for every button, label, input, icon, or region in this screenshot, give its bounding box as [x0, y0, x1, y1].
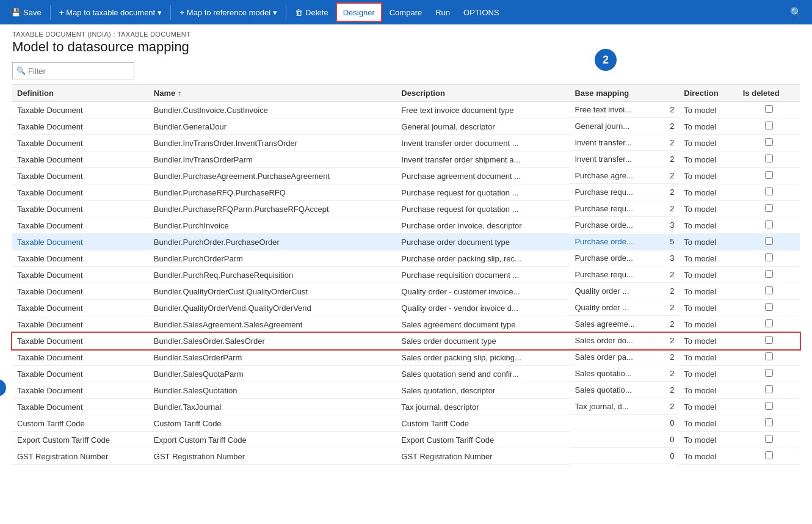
is-deleted-checkbox[interactable]: [765, 122, 773, 129]
cell-base-mapping: Sales agreeme...2: [570, 316, 679, 332]
cell-description: Purchase order packing slip, rec...: [396, 250, 570, 267]
table-row[interactable]: Taxable DocumentBundler.InvTransOrder.In…: [12, 135, 800, 151]
cell-is-deleted[interactable]: [738, 151, 800, 168]
map-taxable-button[interactable]: + Map to taxable document ▾: [53, 2, 169, 22]
delete-icon: 🗑: [295, 8, 303, 17]
cell-is-deleted[interactable]: [738, 102, 800, 118]
cell-is-deleted[interactable]: [738, 382, 800, 399]
cell-is-deleted[interactable]: [738, 432, 800, 448]
is-deleted-checkbox[interactable]: [765, 105, 773, 113]
cell-direction: To model: [679, 349, 738, 366]
is-deleted-checkbox[interactable]: [765, 237, 773, 245]
cell-base-mapping: Sales order do...2: [570, 333, 679, 349]
is-deleted-checkbox[interactable]: [765, 220, 773, 228]
table-row[interactable]: Taxable DocumentBundler.PurchInvoicePurc…: [12, 217, 800, 234]
designer-button[interactable]: Designer: [336, 2, 382, 22]
cell-is-deleted[interactable]: [738, 366, 800, 382]
cell-is-deleted[interactable]: [738, 184, 800, 201]
cell-is-deleted[interactable]: [738, 300, 800, 316]
cell-description: General journal, descriptor: [396, 118, 570, 135]
cell-is-deleted[interactable]: [738, 201, 800, 217]
table-row[interactable]: Taxable DocumentBundler.PurchOrder.Purch…: [12, 234, 800, 250]
table-row[interactable]: Taxable DocumentBundler.PurchReq.Purchas…: [12, 267, 800, 283]
cell-is-deleted[interactable]: [738, 267, 800, 283]
table-row[interactable]: Taxable DocumentBundler.TaxJournalTax jo…: [12, 399, 800, 415]
table-row[interactable]: Taxable DocumentBundler.PurchaseRFQ.Purc…: [12, 184, 800, 201]
step2-badge: 2: [595, 49, 617, 71]
cell-is-deleted[interactable]: [738, 118, 800, 135]
is-deleted-checkbox[interactable]: [765, 303, 773, 311]
cell-is-deleted[interactable]: [738, 168, 800, 184]
col-base-mapping: Base mapping: [570, 85, 679, 102]
cell-direction: To model: [679, 135, 738, 151]
cell-name: Bundler.InvTransOrder.InventTransOrder: [149, 135, 397, 151]
table-row[interactable]: Taxable DocumentBundler.GeneralJourGener…: [12, 118, 800, 135]
cell-definition: Taxable Document: [12, 333, 149, 349]
cell-is-deleted[interactable]: [738, 448, 800, 465]
table-row[interactable]: Taxable DocumentBundler.SalesOrder.Sales…: [12, 333, 800, 349]
table-row[interactable]: Taxable DocumentBundler.PurchOrderParmPu…: [12, 250, 800, 267]
delete-button[interactable]: 🗑 Delete: [289, 2, 335, 22]
table-row[interactable]: Taxable DocumentBundler.CustInvoice.Cust…: [12, 102, 800, 118]
is-deleted-checkbox[interactable]: [765, 369, 773, 377]
cell-is-deleted[interactable]: [738, 135, 800, 151]
table-row[interactable]: Taxable DocumentBundler.QualityOrderCust…: [12, 283, 800, 300]
is-deleted-checkbox[interactable]: [765, 336, 773, 344]
cell-is-deleted[interactable]: [738, 234, 800, 250]
is-deleted-checkbox[interactable]: [765, 155, 773, 162]
run-button[interactable]: Run: [429, 2, 456, 22]
cell-is-deleted[interactable]: [738, 349, 800, 366]
cell-definition: Taxable Document: [12, 217, 149, 234]
cell-is-deleted[interactable]: [738, 415, 800, 432]
save-button[interactable]: 💾 Save: [5, 2, 48, 22]
cell-is-deleted[interactable]: [738, 316, 800, 333]
is-deleted-checkbox[interactable]: [765, 319, 773, 327]
cell-name: GST Registration Number: [149, 448, 397, 465]
table-row[interactable]: Taxable DocumentBundler.QualityOrderVend…: [12, 300, 800, 316]
is-deleted-checkbox[interactable]: [765, 451, 773, 459]
is-deleted-checkbox[interactable]: [765, 253, 773, 261]
cell-is-deleted[interactable]: [738, 399, 800, 415]
cell-base-mapping: Tax journal, d...2: [570, 399, 679, 415]
cell-name: Bundler.QualityOrderVend.QualityOrderVen…: [149, 300, 397, 316]
cell-direction: To model: [679, 366, 738, 382]
is-deleted-checkbox[interactable]: [765, 270, 773, 278]
cell-definition: Taxable Document: [12, 382, 149, 399]
table-row[interactable]: Taxable DocumentBundler.SalesQuotaParmSa…: [12, 366, 800, 382]
is-deleted-checkbox[interactable]: [765, 187, 773, 195]
cell-is-deleted[interactable]: [738, 217, 800, 234]
table-row[interactable]: Taxable DocumentBundler.SalesAgreement.S…: [12, 316, 800, 333]
table-row[interactable]: GST Registration NumberGST Registration …: [12, 448, 800, 465]
cell-direction: To model: [679, 300, 738, 316]
is-deleted-checkbox[interactable]: [765, 435, 773, 443]
is-deleted-checkbox[interactable]: [765, 385, 773, 393]
is-deleted-checkbox[interactable]: [765, 418, 773, 426]
toolbar-search-button[interactable]: 🔍: [785, 4, 807, 21]
table-row[interactable]: Taxable DocumentBundler.SalesOrderParmSa…: [12, 349, 800, 366]
cell-is-deleted[interactable]: [738, 283, 800, 300]
is-deleted-checkbox[interactable]: [765, 402, 773, 410]
table-row[interactable]: Export Custom Tariff CodeExport Custom T…: [12, 432, 800, 448]
table-row[interactable]: Taxable DocumentBundler.PurchaseRFQParm.…: [12, 201, 800, 217]
cell-is-deleted[interactable]: [738, 333, 800, 349]
cell-definition: Taxable Document: [12, 399, 149, 415]
table-row[interactable]: Taxable DocumentBundler.SalesQuotationSa…: [12, 382, 800, 399]
options-button[interactable]: OPTIONS: [457, 2, 506, 22]
table-row[interactable]: Taxable DocumentBundler.InvTransOrderPar…: [12, 151, 800, 168]
is-deleted-checkbox[interactable]: [765, 171, 773, 179]
is-deleted-checkbox[interactable]: [765, 286, 773, 294]
cell-base-mapping: Free text invoi...2: [570, 102, 679, 118]
table-row[interactable]: Taxable DocumentBundler.PurchaseAgreemen…: [12, 168, 800, 184]
map-reference-button[interactable]: + Map to reference model ▾: [173, 2, 283, 22]
is-deleted-checkbox[interactable]: [765, 204, 773, 212]
filter-input[interactable]: [28, 67, 131, 76]
table-row[interactable]: Custom Tariff CodeCustom Tariff CodeCust…: [12, 415, 800, 432]
compare-button[interactable]: Compare: [383, 2, 428, 22]
separator-3: [286, 5, 286, 20]
is-deleted-checkbox[interactable]: [765, 352, 773, 360]
is-deleted-checkbox[interactable]: [765, 138, 773, 146]
cell-base-mapping: Invent transfer...2: [570, 135, 679, 151]
cell-name: Bundler.InvTransOrderParm: [149, 151, 397, 168]
cell-definition: Taxable Document: [12, 102, 149, 118]
cell-is-deleted[interactable]: [738, 250, 800, 267]
